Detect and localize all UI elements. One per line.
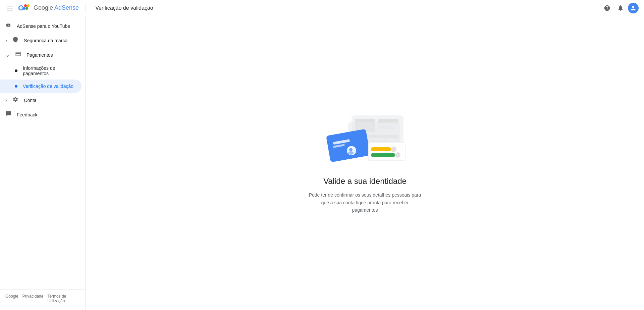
avatar-icon xyxy=(630,5,637,11)
youtube-icon xyxy=(5,22,11,30)
sidebar-item-seguranca[interactable]: › Segurança da marca xyxy=(0,33,82,48)
app-name-label: Google AdSense xyxy=(34,4,79,11)
svg-rect-23 xyxy=(371,153,395,157)
card-subtitle: Pode ter de confirmar os seus detalhes p… xyxy=(308,191,422,214)
sidebar-item-label: Segurança da marca xyxy=(24,38,67,43)
svg-point-22 xyxy=(391,147,396,152)
sidebar-item-label: Conta xyxy=(24,98,36,103)
svg-point-24 xyxy=(395,152,400,158)
sidebar-item-label: Pagamentos xyxy=(26,52,53,58)
svg-point-4 xyxy=(23,7,25,10)
sidebar-item-feedback[interactable]: Feedback xyxy=(0,107,82,122)
svg-point-1 xyxy=(24,4,27,7)
card-title: Valide a sua identidade xyxy=(323,176,407,186)
chevron-right-icon: › xyxy=(5,97,7,103)
sidebar-item-label: AdSense para o YouTube xyxy=(17,23,70,29)
shield-icon xyxy=(12,37,18,44)
topbar-actions xyxy=(601,2,639,14)
sidebar-item-label: Verificação de validação xyxy=(23,84,73,89)
help-icon xyxy=(604,5,610,11)
page-title: Verificação de validação xyxy=(95,5,153,11)
sidebar-item-informacoes[interactable]: Informações de pagamentos xyxy=(0,62,82,80)
user-avatar[interactable] xyxy=(628,3,639,13)
dot-icon xyxy=(15,69,17,72)
menu-button[interactable] xyxy=(5,4,14,12)
svg-rect-21 xyxy=(371,147,391,151)
feedback-icon xyxy=(5,111,11,118)
help-button[interactable] xyxy=(601,2,613,14)
identity-illustration xyxy=(321,112,409,166)
body-layout: AdSense para o YouTube › Segurança da ma… xyxy=(0,16,644,310)
sidebar: AdSense para o YouTube › Segurança da ma… xyxy=(0,16,86,310)
dot-active-icon xyxy=(15,85,17,88)
sidebar-item-conta[interactable]: › Conta xyxy=(0,93,82,107)
app-logo[interactable]: G Google AdSense xyxy=(18,4,79,12)
payments-icon xyxy=(15,51,21,59)
sidebar-item-label: Feedback xyxy=(17,112,37,117)
svg-point-2 xyxy=(27,4,30,7)
footer-google: Google xyxy=(5,294,18,303)
chevron-right-icon: › xyxy=(5,38,7,44)
divider xyxy=(86,4,86,12)
main-content: Valide a sua identidade Pode ter de conf… xyxy=(86,16,644,310)
svg-rect-20 xyxy=(368,142,405,161)
google-adsense-logo-icon: G xyxy=(18,4,32,12)
sidebar-item-adsense-youtube[interactable]: AdSense para o YouTube xyxy=(0,19,82,33)
svg-point-19 xyxy=(348,151,354,155)
svg-point-18 xyxy=(349,148,353,151)
illustration-svg xyxy=(321,112,409,166)
sidebar-spacer xyxy=(0,122,86,290)
svg-rect-14 xyxy=(326,129,370,163)
svg-point-3 xyxy=(25,7,28,10)
chevron-down-icon: ⌄ xyxy=(5,52,10,58)
settings-icon xyxy=(12,96,18,104)
sidebar-item-pagamentos[interactable]: ⌄ Pagamentos xyxy=(0,48,82,62)
sidebar-item-verificacao[interactable]: Verificação de validação xyxy=(0,80,82,93)
topbar: G Google AdSense Verificação de validaçã… xyxy=(0,0,644,16)
footer-privacy-link[interactable]: Privacidade xyxy=(22,294,44,303)
sidebar-item-label: Informações de pagamentos xyxy=(23,65,76,76)
sidebar-footer: Google Privacidade Termos de Utilização xyxy=(0,290,86,307)
verification-card: Valide a sua identidade Pode ter de conf… xyxy=(301,99,429,227)
notifications-button[interactable] xyxy=(614,2,627,14)
bell-icon xyxy=(617,5,624,11)
footer-terms-link[interactable]: Termos de Utilização xyxy=(47,294,80,303)
